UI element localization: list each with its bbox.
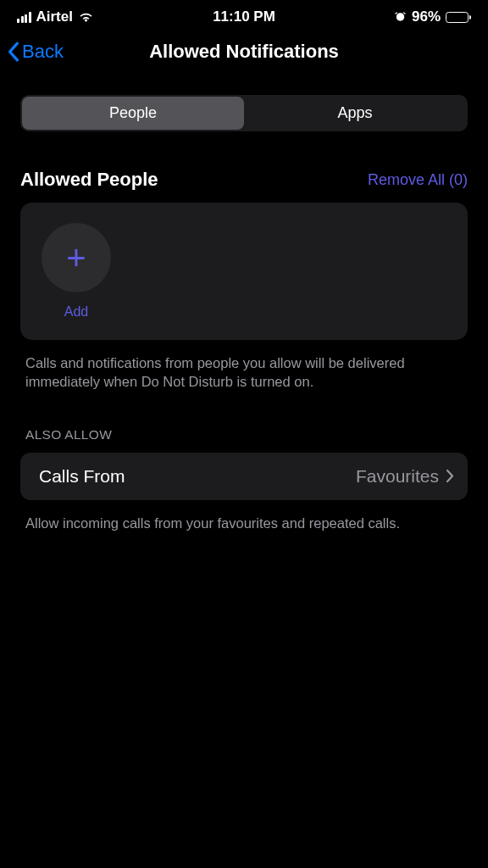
status-bar: Airtel 11:10 PM 96%: [0, 0, 488, 31]
also-allow-header: ALSO ALLOW: [0, 392, 488, 453]
wifi-icon: [78, 11, 94, 23]
allowed-people-card: + Add: [20, 203, 468, 340]
calls-from-description: Allow incoming calls from your favourite…: [0, 500, 488, 532]
back-button[interactable]: Back: [7, 41, 64, 63]
status-time: 11:10 PM: [213, 8, 275, 25]
calls-from-label: Calls From: [39, 466, 125, 487]
battery-icon: [446, 12, 471, 23]
signal-icon: [17, 12, 31, 23]
allowed-people-header: Allowed People Remove All (0): [0, 131, 488, 203]
segmented-control: People Apps: [20, 95, 468, 131]
calls-from-value-group: Favourites: [356, 466, 454, 487]
battery-percent: 96%: [412, 8, 441, 25]
tab-apps[interactable]: Apps: [244, 97, 466, 130]
status-left: Airtel: [17, 8, 94, 25]
add-label: Add: [64, 304, 88, 320]
tab-people[interactable]: People: [22, 97, 244, 130]
allowed-people-description: Calls and notifications from people you …: [0, 340, 488, 392]
calls-from-value: Favourites: [356, 466, 439, 487]
alarm-icon: [394, 11, 407, 24]
calls-from-row[interactable]: Calls From Favourites: [20, 453, 468, 500]
status-right: 96%: [394, 8, 471, 25]
allowed-people-title: Allowed People: [20, 169, 158, 191]
add-person-button[interactable]: + Add: [41, 223, 112, 320]
page-title: Allowed Notifications: [149, 41, 339, 63]
back-label: Back: [22, 41, 64, 63]
chevron-left-icon: [7, 42, 20, 62]
carrier-label: Airtel: [36, 8, 73, 25]
nav-bar: Back Allowed Notifications: [0, 31, 488, 75]
add-circle: +: [42, 223, 111, 292]
plus-icon: +: [66, 241, 86, 275]
chevron-right-icon: [446, 469, 454, 483]
remove-all-button[interactable]: Remove All (0): [368, 171, 468, 189]
